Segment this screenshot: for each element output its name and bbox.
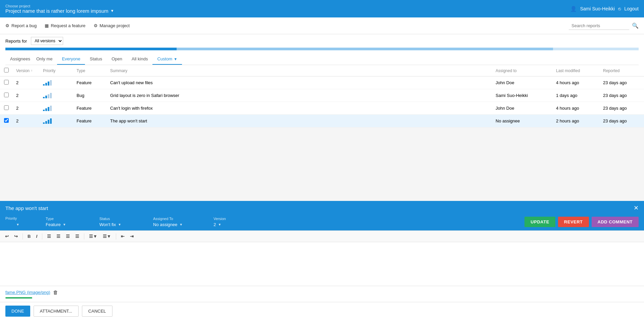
settings-icon: ⚙ xyxy=(94,23,98,28)
reports-for-label: Reports for xyxy=(5,39,27,44)
progress-bar xyxy=(5,48,639,50)
project-dropdown-arrow[interactable]: ▼ xyxy=(110,9,114,13)
row-version-2: 2 xyxy=(16,106,43,111)
table-row[interactable]: 2 Feature Can't login with firefox John … xyxy=(0,102,644,115)
tab-only-me[interactable]: Only me xyxy=(32,54,57,65)
version-select[interactable]: All versions Version 1 Version 2 xyxy=(31,37,63,45)
tab-all-kinds[interactable]: All kinds xyxy=(127,54,152,65)
col-header-modified[interactable]: Last modified xyxy=(556,68,603,73)
row-priority-2 xyxy=(43,106,77,111)
priority-bar-2 xyxy=(48,82,49,86)
nav-bar: ⚙ Report a bug ▦ Request a feature ⚙ Man… xyxy=(0,17,644,34)
priority-bars xyxy=(43,80,77,86)
select-all-checkbox[interactable] xyxy=(4,68,9,72)
row-type-3: Feature xyxy=(77,118,110,123)
row-checkbox-3[interactable] xyxy=(4,118,9,123)
row-checkbox-0[interactable] xyxy=(4,80,9,85)
row-reported-3: 23 days ago xyxy=(603,118,640,123)
tab-custom[interactable]: Custom ▼ xyxy=(152,54,182,65)
request-feature-label: Request a feature xyxy=(51,23,85,28)
priority-bar-3 xyxy=(50,93,52,98)
col-header-assigned[interactable]: Assigned to xyxy=(496,68,556,73)
custom-dropdown-arrow[interactable]: ▼ xyxy=(174,57,177,61)
sort-arrow-icon: ↑ xyxy=(31,69,33,72)
col-header-type[interactable]: Type xyxy=(77,68,110,73)
table-header: Version ↑ Priority Type Summary Assigned… xyxy=(0,65,644,76)
row-type-0: Feature xyxy=(77,80,110,85)
row-assigned-2: John Doe xyxy=(496,106,556,111)
priority-bar-3 xyxy=(50,106,52,111)
col-header-summary[interactable]: Summary xyxy=(110,68,496,73)
row-summary-2: Can't login with firefox xyxy=(110,106,496,111)
row-modified-0: 4 hours ago xyxy=(556,80,603,85)
search-input[interactable] xyxy=(569,22,629,30)
row-summary-1: Grid layout is zero in Safari browser xyxy=(110,93,496,98)
table-row[interactable]: 2 Bug Grid layout is zero in Safari brow… xyxy=(0,89,644,102)
priority-bars xyxy=(43,106,77,111)
tab-everyone[interactable]: Everyone xyxy=(57,54,85,65)
table-rows: 2 Feature Can't upload new files John Do… xyxy=(0,76,644,127)
row-modified-1: 1 days ago xyxy=(556,93,603,98)
priority-bar-1 xyxy=(45,96,47,98)
priority-bar-2 xyxy=(48,94,49,98)
user-icon: 👤 xyxy=(570,6,577,12)
tabs-row: Assignees Only me Everyone Status Open A… xyxy=(5,54,639,65)
row-version-1: 2 xyxy=(16,93,43,98)
progress-segment-3 xyxy=(553,48,639,50)
row-checkbox-2[interactable] xyxy=(4,105,9,110)
progress-segment-1 xyxy=(5,48,177,50)
priority-bars xyxy=(43,93,77,98)
priority-bars xyxy=(43,118,77,124)
row-reported-1: 23 days ago xyxy=(603,93,640,98)
logout-button[interactable]: Logout xyxy=(624,6,639,11)
row-assigned-0: John Doe xyxy=(496,80,556,85)
priority-bar-1 xyxy=(45,121,47,124)
tab-open[interactable]: Open xyxy=(107,54,127,65)
priority-bar-2 xyxy=(48,120,49,124)
manage-project-link[interactable]: ⚙ Manage project xyxy=(94,23,130,28)
row-summary-0: Can't upload new files xyxy=(110,80,496,85)
row-priority-3 xyxy=(43,118,77,124)
table-area: Version ↑ Priority Type Summary Assigned… xyxy=(0,65,644,127)
version-row: Reports for All versions Version 1 Versi… xyxy=(5,37,639,45)
priority-bar-3 xyxy=(50,80,52,86)
tab-assignees-label: Assignees xyxy=(5,54,32,65)
row-reported-2: 23 days ago xyxy=(603,106,640,111)
col-header-reported[interactable]: Reported xyxy=(603,68,640,73)
row-type-1: Bug xyxy=(77,93,110,98)
progress-segment-2 xyxy=(177,48,553,50)
priority-bar-0 xyxy=(43,84,45,86)
col-header-version[interactable]: Version ↑ xyxy=(16,68,43,73)
col-header-priority[interactable]: Priority xyxy=(43,68,77,73)
tab-status[interactable]: Status xyxy=(85,54,107,65)
priority-bar-2 xyxy=(48,107,49,111)
filter-bar: Reports for All versions Version 1 Versi… xyxy=(0,34,644,65)
bug-icon: ⚙ xyxy=(5,23,9,28)
row-version-0: 2 xyxy=(16,80,43,85)
logout-icon: ⎋ xyxy=(618,6,621,11)
choose-project-label: Choose project xyxy=(5,4,114,8)
priority-bar-0 xyxy=(43,97,45,98)
row-priority-0 xyxy=(43,80,77,86)
row-priority-1 xyxy=(43,93,77,98)
priority-bar-0 xyxy=(43,122,45,124)
report-bug-label: Report a bug xyxy=(11,23,37,28)
row-checkbox-1[interactable] xyxy=(4,93,9,97)
request-feature-link[interactable]: ▦ Request a feature xyxy=(45,23,85,28)
row-version-3: 2 xyxy=(16,118,43,123)
table-row[interactable]: 2 Feature The app won't start No assigne… xyxy=(0,115,644,127)
custom-label: Custom xyxy=(157,56,172,61)
priority-bar-1 xyxy=(45,83,47,86)
top-header: Choose project Project name that is rath… xyxy=(0,0,644,17)
user-area: 👤 Sami Suo-Heikki ⎋ Logout xyxy=(570,6,639,12)
project-name: Project name that is rather long lorem i… xyxy=(5,8,108,14)
search-icon[interactable]: 🔍 xyxy=(632,22,639,29)
row-modified-3: 2 hours ago xyxy=(556,118,603,123)
user-name: Sami Suo-Heikki xyxy=(580,6,615,11)
priority-bar-1 xyxy=(45,108,47,111)
project-selector[interactable]: Choose project Project name that is rath… xyxy=(5,4,114,14)
report-bug-link[interactable]: ⚙ Report a bug xyxy=(5,23,37,28)
manage-project-label: Manage project xyxy=(100,23,130,28)
feature-icon: ▦ xyxy=(45,23,49,28)
table-row[interactable]: 2 Feature Can't upload new files John Do… xyxy=(0,76,644,89)
